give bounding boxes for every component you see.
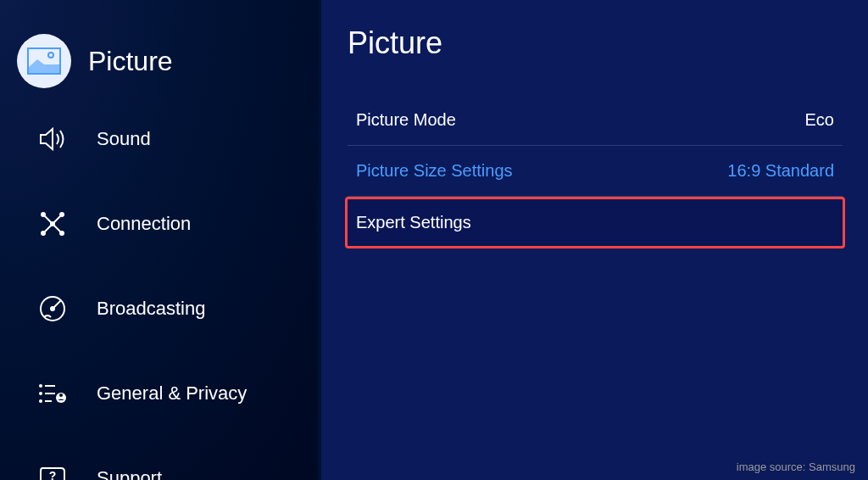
svg-line-9 xyxy=(43,224,53,233)
sidebar-item-label: Connection xyxy=(97,213,191,235)
sidebar-item-connection[interactable]: Connection xyxy=(0,181,318,266)
svg-point-21 xyxy=(59,393,63,397)
sidebar-item-label: Picture xyxy=(88,46,173,77)
sidebar-item-label: Support xyxy=(97,467,162,480)
svg-text:?: ? xyxy=(49,469,57,480)
svg-point-18 xyxy=(39,399,42,403)
sidebar-item-sound[interactable]: Sound xyxy=(0,97,318,181)
settings-value: 16:9 Standard xyxy=(727,161,834,181)
sidebar-item-label: Broadcasting xyxy=(97,298,205,320)
sidebar: Picture Sound Connecti xyxy=(0,0,318,480)
settings-value: Eco xyxy=(805,110,834,130)
svg-point-16 xyxy=(39,392,42,395)
connection-icon xyxy=(25,197,80,251)
svg-line-10 xyxy=(53,224,62,233)
svg-line-7 xyxy=(43,215,53,224)
page-title: Picture xyxy=(348,25,843,61)
main-content: Picture Picture Mode Eco Picture Size Se… xyxy=(318,0,868,480)
sidebar-item-label: General & Privacy xyxy=(97,382,247,405)
sidebar-item-picture[interactable]: Picture xyxy=(0,25,318,97)
sidebar-item-general-privacy[interactable]: General & Privacy xyxy=(0,351,318,436)
settings-label: Expert Settings xyxy=(356,213,471,232)
settings-label: Picture Size Settings xyxy=(356,161,513,181)
settings-label: Picture Mode xyxy=(356,110,456,130)
support-icon: ? xyxy=(25,451,80,480)
sidebar-item-label: Sound xyxy=(97,128,151,150)
svg-point-14 xyxy=(39,384,42,388)
image-attribution: image source: Samsung xyxy=(737,460,855,473)
sound-icon xyxy=(25,112,80,166)
settings-row-picture-size[interactable]: Picture Size Settings 16:9 Standard xyxy=(348,146,843,197)
broadcasting-icon xyxy=(25,282,80,336)
sidebar-item-support[interactable]: ? Support xyxy=(0,436,318,480)
general-privacy-icon xyxy=(25,366,80,421)
svg-point-1 xyxy=(48,53,53,58)
picture-icon xyxy=(17,34,71,88)
settings-list: Picture Mode Eco Picture Size Settings 1… xyxy=(348,95,843,248)
svg-line-13 xyxy=(53,300,61,309)
sidebar-item-broadcasting[interactable]: Broadcasting xyxy=(0,266,318,351)
settings-row-expert-settings[interactable]: Expert Settings xyxy=(345,197,845,248)
settings-row-picture-mode[interactable]: Picture Mode Eco xyxy=(348,95,843,146)
svg-line-8 xyxy=(53,215,62,224)
